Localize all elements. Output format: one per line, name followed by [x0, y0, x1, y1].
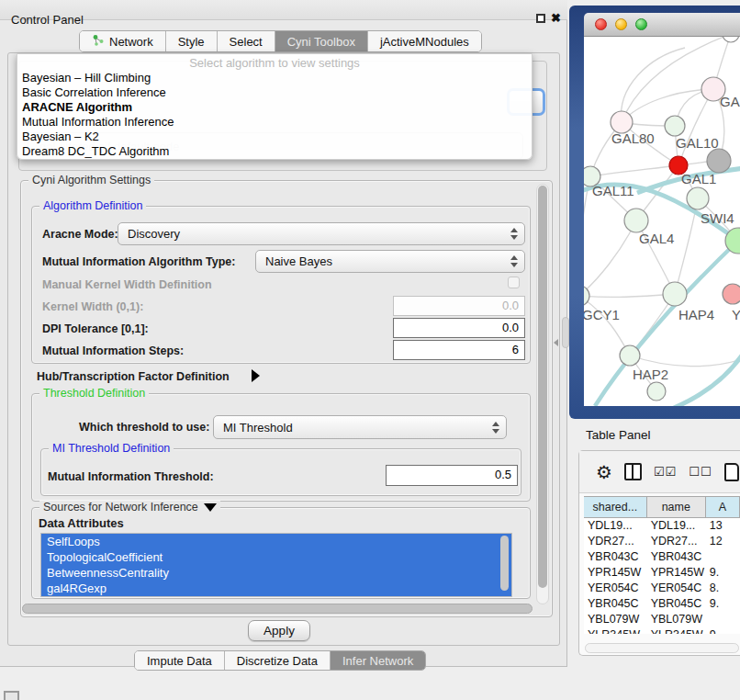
mi-threshold-group-title: MI Threshold Definition	[49, 442, 174, 455]
apply-button[interactable]: Apply	[248, 620, 310, 641]
node-gal4[interactable]	[624, 209, 648, 232]
float-window-icon[interactable]	[536, 14, 545, 23]
mi-threshold-label: Mutual Information Threshold:	[48, 470, 214, 483]
tab-impute-data[interactable]: Impute Data	[135, 651, 225, 670]
panel-scrollbar-thumb[interactable]	[562, 317, 569, 348]
node-label: Y	[732, 307, 740, 322]
combo-stepper-icon	[510, 255, 518, 267]
table-row[interactable]: YPR145WYPR145W9.	[584, 565, 740, 581]
bottom-tabbar: Impute Data Discretize Data Infer Networ…	[134, 650, 426, 671]
mi-steps-label: Mutual Information Steps:	[42, 344, 184, 357]
dpi-tolerance-field[interactable]: 0.0	[393, 318, 525, 338]
dropdown-item-selected[interactable]: ARACNE Algorithm	[17, 100, 532, 115]
table-row[interactable]: YER054CYER054C8.	[584, 581, 740, 596]
list-item[interactable]: BetweennessCentrality	[41, 565, 511, 581]
table-panel-title: Table Panel	[586, 428, 651, 442]
mi-threshold-field[interactable]: 0.5	[386, 465, 518, 486]
tab-discretize-data[interactable]: Discretize Data	[225, 651, 331, 670]
columns-icon[interactable]	[624, 463, 642, 480]
table-row[interactable]: YDR27...YDR27...12	[584, 534, 740, 549]
tab-select[interactable]: Select	[218, 31, 275, 51]
table-row[interactable]: YBR043CYBR043C	[584, 549, 740, 565]
node-label: GAL11	[592, 183, 634, 198]
sources-group-title[interactable]: Sources for Network Inference	[39, 501, 220, 514]
column-header-a[interactable]: A	[706, 497, 740, 517]
table-row[interactable]: YBL079WYBL079W	[584, 612, 740, 627]
table-row[interactable]: YBR045CYBR045C9.	[584, 596, 740, 612]
node[interactable]	[723, 37, 739, 42]
select-all-icon[interactable]: ☑☑	[654, 465, 677, 479]
combo-stepper-icon	[510, 228, 518, 240]
hub-expand-arrow-icon[interactable]	[252, 369, 260, 382]
settings-hscrollbar-thumb[interactable]	[22, 604, 533, 614]
close-traffic-light-icon[interactable]	[595, 18, 607, 30]
hub-definition-label[interactable]: Hub/Transcription Factor Definition	[37, 370, 230, 383]
network-graph: GAL GAL80 GAL10 GAL1 GAL11 GAL4 SWI4 HAP…	[584, 37, 740, 406]
dropdown-item[interactable]: Bayesian – Hill Climbing	[17, 71, 532, 85]
aracne-mode-combobox[interactable]: Discovery	[118, 222, 525, 245]
node-label: GCY1	[584, 307, 620, 322]
dropdown-item[interactable]: Bayesian – K2	[17, 130, 532, 144]
dropdown-item[interactable]: Dream8 DC_TDC Algorithm	[17, 144, 532, 159]
tab-network[interactable]: Network	[80, 31, 166, 51]
node-hap2[interactable]	[620, 345, 640, 366]
node-gal10[interactable]	[665, 116, 685, 136]
splitter-collapse-arrow-icon[interactable]	[554, 339, 558, 346]
node[interactable]	[687, 187, 709, 209]
node-label: GAL80	[611, 130, 655, 146]
cyni-settings-title: Cyni Algorithm Settings	[28, 174, 154, 186]
minimize-traffic-light-icon[interactable]	[615, 18, 627, 30]
kernel-width-field[interactable]: 0.0	[393, 296, 525, 316]
dropdown-item[interactable]: Mutual Information Inference	[17, 115, 532, 130]
list-scrollbar-thumb[interactable]	[500, 536, 509, 591]
network-window-titlebar[interactable]	[584, 13, 740, 37]
sources-collapse-arrow-icon[interactable]	[204, 503, 217, 512]
settings-scrollbar-thumb[interactable]	[538, 186, 547, 588]
node-label: GAL4	[639, 231, 674, 246]
node[interactable]	[647, 382, 666, 401]
manual-kernel-checkbox[interactable]	[508, 277, 520, 288]
table-panel-toolbar: ⚙ ☑☑ ☐☐	[579, 451, 740, 493]
node-gray[interactable]	[707, 149, 731, 173]
tab-infer-network[interactable]: Infer Network	[331, 651, 425, 670]
document-icon[interactable]	[724, 463, 739, 481]
table-row[interactable]: YLR345WYLR345W9.	[584, 627, 740, 634]
deselect-all-icon[interactable]: ☐☐	[689, 465, 712, 479]
list-item[interactable]: SelfLoops	[41, 534, 511, 549]
node-table[interactable]: shared... name A YDL19...YDL19...13 YDR2…	[584, 496, 740, 634]
algorithm-dropdown-popup: Select algorithm to view settings Bayesi…	[17, 53, 533, 160]
mi-type-combobox[interactable]: Naive Bayes	[255, 250, 525, 273]
node-label: SWI4	[701, 210, 734, 226]
node-label: GAL10	[676, 135, 719, 151]
network-tab-icon	[92, 34, 105, 50]
node-hap4[interactable]	[663, 282, 687, 306]
close-icon[interactable]: ✖	[551, 11, 561, 25]
node-y[interactable]	[723, 284, 740, 304]
aracne-mode-label: Aracne Mode:	[42, 228, 118, 241]
node-label: HAP4	[678, 307, 714, 322]
tab-style[interactable]: Style	[166, 31, 218, 51]
tab-jactivemnodules[interactable]: jActiveMNodules	[368, 31, 481, 51]
column-header-name[interactable]: name	[647, 497, 706, 517]
control-panel-titlebar[interactable]	[0, 0, 567, 20]
table-header-row: shared... name A	[584, 496, 740, 518]
combo-stepper-icon	[492, 422, 499, 434]
threshold-definition-title: Threshold Definition	[39, 387, 149, 400]
tab-cyni-toolbox[interactable]: Cyni Toolbox	[275, 31, 368, 51]
node-labels: GAL GAL80 GAL10 GAL1 GAL11 GAL4 SWI4 HAP…	[584, 94, 740, 382]
list-item[interactable]: TopologicalCoefficient	[41, 549, 511, 565]
dpi-tolerance-label: DPI Tolerance [0,1]:	[42, 322, 149, 335]
network-canvas[interactable]: GAL GAL80 GAL10 GAL1 GAL11 GAL4 SWI4 HAP…	[584, 37, 740, 406]
table-row[interactable]: YDL19...YDL19...13	[584, 518, 740, 534]
minimized-panel-icon[interactable]	[4, 691, 19, 700]
gear-icon[interactable]: ⚙	[596, 463, 612, 481]
node-label: GAL1	[681, 171, 716, 186]
mi-steps-field[interactable]: 6	[393, 340, 525, 360]
dropdown-item[interactable]: Basic Correlation Inference	[17, 85, 532, 100]
data-attributes-list[interactable]: SelfLoops TopologicalCoefficient Between…	[40, 533, 512, 597]
column-header-shared[interactable]: shared...	[584, 497, 647, 517]
table-hscrollbar[interactable]	[585, 643, 739, 653]
list-item[interactable]: gal4RGexp	[41, 581, 511, 596]
zoom-traffic-light-icon[interactable]	[635, 18, 647, 30]
which-threshold-combobox[interactable]: MI Threshold	[213, 415, 507, 439]
